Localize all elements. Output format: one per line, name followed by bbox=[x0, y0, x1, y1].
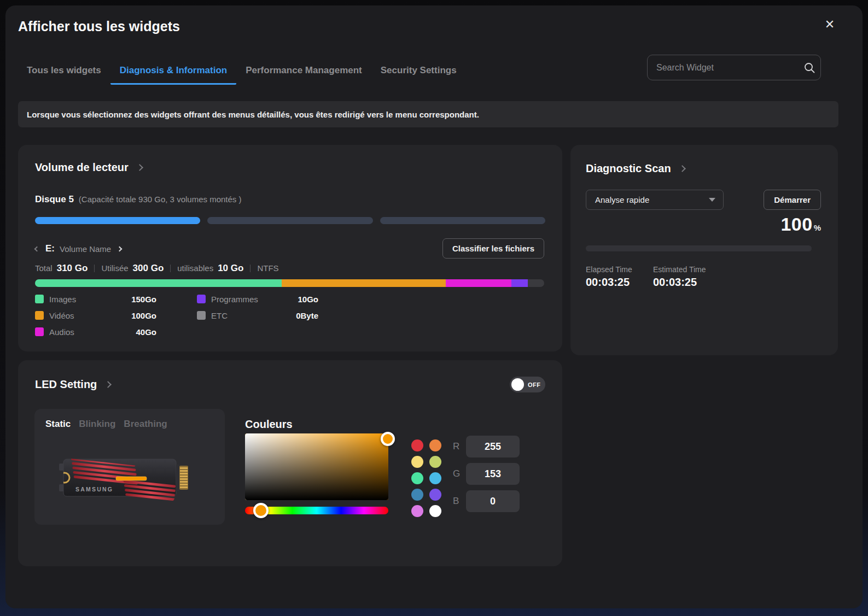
red-label: R bbox=[453, 441, 462, 452]
rgb-row-green: G 153 bbox=[453, 463, 520, 485]
drive-volume-card: Volume de lecteur Disque 5 (Capacité tot… bbox=[18, 145, 562, 351]
rgb-row-blue: B 0 bbox=[453, 490, 520, 512]
drive-letter: E: bbox=[45, 243, 55, 254]
classify-files-button[interactable]: Classifier les fichiers bbox=[442, 238, 544, 259]
volume-segment-2[interactable] bbox=[207, 217, 372, 224]
sv-picker-handle[interactable] bbox=[381, 432, 395, 446]
start-scan-button[interactable]: Démarrer bbox=[764, 190, 821, 210]
hue-slider-handle[interactable] bbox=[253, 503, 269, 518]
legend-item-programs: Programmes 10Go bbox=[197, 294, 318, 304]
diagnostic-scan-title[interactable]: Diagnostic Scan bbox=[586, 162, 685, 175]
total-label: Total bbox=[35, 263, 53, 273]
tab-performance-management[interactable]: Performance Management bbox=[236, 62, 371, 85]
swatch-sky-blue[interactable] bbox=[429, 472, 441, 484]
chevron-right-icon bbox=[104, 381, 112, 388]
prev-volume-icon[interactable] bbox=[34, 246, 40, 251]
chevron-right-icon bbox=[679, 165, 686, 172]
disk-summary: Disque 5 (Capacité totale 930 Go, 3 volu… bbox=[35, 194, 242, 205]
swatch-mint[interactable] bbox=[411, 472, 423, 484]
tab-security-settings[interactable]: Security Settings bbox=[371, 62, 466, 85]
diagnostic-scan-card: Diagnostic Scan Analyse rapide Démarrer … bbox=[570, 145, 838, 355]
divider bbox=[170, 265, 171, 272]
scan-type-value: Analyse rapide bbox=[586, 195, 709, 204]
usage-segment-images bbox=[35, 279, 282, 287]
red-value-field[interactable]: 255 bbox=[466, 436, 520, 457]
swatch-orange[interactable] bbox=[429, 439, 441, 451]
tab-all-widgets[interactable]: Tous les widgets bbox=[18, 62, 110, 85]
legend-item-audios: Audios 40Go bbox=[35, 326, 156, 337]
disk-capacity-info: (Capacité totale 930 Go, 3 volumes monté… bbox=[79, 195, 242, 204]
used-label: Utilisée bbox=[101, 263, 128, 273]
swatch-white[interactable] bbox=[429, 505, 441, 517]
drive-volume-title[interactable]: Volume de lecteur bbox=[35, 161, 142, 174]
search-icon[interactable] bbox=[799, 62, 820, 74]
swatch-red[interactable] bbox=[411, 439, 423, 451]
legend-swatch bbox=[35, 295, 44, 303]
legend-swatch bbox=[35, 327, 44, 336]
free-value: 10 Go bbox=[218, 263, 243, 274]
saturation-value-picker[interactable] bbox=[245, 433, 388, 500]
swatch-purple[interactable] bbox=[429, 489, 441, 501]
green-label: G bbox=[453, 468, 462, 479]
swatch-orchid[interactable] bbox=[411, 505, 423, 517]
volume-selector: E: Volume Name bbox=[35, 239, 121, 259]
scan-type-dropdown[interactable]: Analyse rapide bbox=[586, 190, 724, 210]
usage-legend-column-1: Images 150Go Vidéos 100Go Audios 40Go bbox=[35, 294, 156, 343]
toggle-state-label: OFF bbox=[528, 382, 541, 388]
volume-segments bbox=[35, 217, 545, 224]
blue-value-field[interactable]: 0 bbox=[466, 490, 520, 512]
usage-segment-programs bbox=[511, 279, 528, 287]
led-mode-tabs: Static Blinking Breathing bbox=[45, 419, 167, 430]
mode-tab-breathing[interactable]: Breathing bbox=[124, 419, 167, 430]
blue-label: B bbox=[453, 496, 462, 507]
volume-stats: Total 310 Go Utilisée 300 Go utilisables… bbox=[35, 263, 283, 274]
total-value: 310 Go bbox=[57, 263, 88, 274]
chevron-right-icon bbox=[136, 164, 143, 171]
widgets-dialog: Afficher tous les widgets ✕ Tous les wid… bbox=[5, 5, 863, 608]
volume-segment-3[interactable] bbox=[380, 217, 545, 224]
swatch-steel-blue[interactable] bbox=[411, 489, 423, 501]
info-banner: Lorsque vous sélectionnez des widgets of… bbox=[18, 101, 838, 127]
legend-swatch bbox=[197, 295, 206, 303]
green-value-field[interactable]: 153 bbox=[466, 463, 520, 485]
swatch-yellow[interactable] bbox=[411, 456, 423, 468]
used-value: 300 Go bbox=[133, 263, 164, 274]
estimated-time-value: 00:03:25 bbox=[653, 276, 697, 289]
tab-diagnosis-information[interactable]: Diagnosis & Information bbox=[110, 62, 236, 85]
close-icon[interactable]: ✕ bbox=[820, 15, 839, 34]
next-volume-icon[interactable] bbox=[117, 246, 123, 251]
mode-tab-blinking[interactable]: Blinking bbox=[79, 419, 115, 430]
ssd-brand-label: SAMSUNG bbox=[75, 486, 113, 492]
search-input[interactable] bbox=[648, 55, 799, 80]
legend-swatch bbox=[35, 311, 44, 320]
usage-segment-videos bbox=[282, 279, 446, 287]
volume-name: Volume Name bbox=[60, 244, 111, 254]
mode-tab-static[interactable]: Static bbox=[45, 419, 71, 430]
elapsed-time-value: 00:03:25 bbox=[586, 276, 630, 289]
elapsed-time-label: Elapsed Time bbox=[586, 265, 632, 274]
legend-item-etc: ETC 0Byte bbox=[197, 310, 318, 321]
black-gradient-layer bbox=[245, 433, 388, 500]
swatch-yellow-green[interactable] bbox=[429, 456, 441, 468]
color-swatches bbox=[411, 439, 441, 517]
volume-segment-1[interactable] bbox=[35, 217, 200, 224]
tab-bar: Tous les widgets Diagnosis & Information… bbox=[18, 62, 466, 85]
filesystem-label: NTFS bbox=[257, 263, 278, 273]
led-toggle[interactable]: OFF bbox=[510, 377, 545, 392]
divider bbox=[94, 265, 95, 272]
led-mode-panel: Static Blinking Breathing bbox=[34, 409, 225, 525]
legend-swatch bbox=[197, 311, 206, 320]
scan-progress-percent: 100 % bbox=[780, 214, 821, 235]
ssd-device-image: SAMSUNG bbox=[59, 451, 200, 506]
search-widget-box bbox=[647, 55, 821, 80]
scan-progress-bar bbox=[586, 245, 812, 251]
colors-section-title: Couleurs bbox=[245, 418, 293, 431]
led-setting-title[interactable]: LED Setting bbox=[35, 378, 110, 391]
usage-legend-column-2: Programmes 10Go ETC 0Byte bbox=[197, 294, 318, 326]
caret-down-icon bbox=[709, 198, 715, 202]
dialog-title: Afficher tous les widgets bbox=[18, 19, 180, 34]
legend-item-videos: Vidéos 100Go bbox=[35, 310, 156, 321]
rgb-row-red: R 255 bbox=[453, 436, 520, 457]
usage-bar bbox=[35, 279, 544, 287]
free-label: utilisables bbox=[177, 263, 213, 273]
